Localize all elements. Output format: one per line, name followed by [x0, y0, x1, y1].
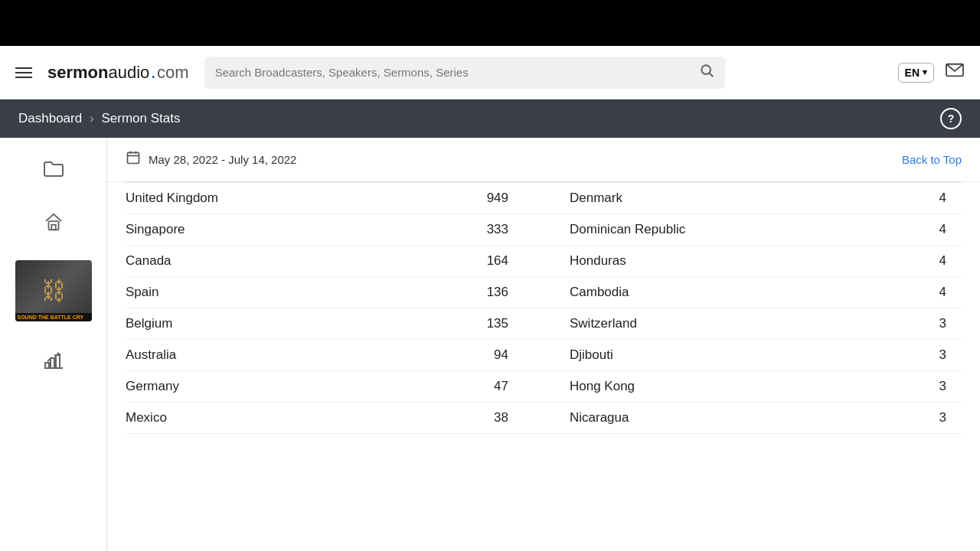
logo: sermonaudio.com [47, 60, 189, 85]
count-left: 38 [416, 410, 508, 425]
help-button[interactable]: ? [940, 108, 962, 129]
country-left: Germany [126, 379, 416, 394]
svg-point-0 [701, 65, 710, 74]
country-left: United Kingdom [126, 191, 416, 206]
top-bar [0, 0, 980, 46]
sidebar-home-icon[interactable] [38, 207, 69, 237]
chevron-down-icon: ▾ [923, 67, 927, 77]
table-row: Canada 164 Honduras 4 [126, 246, 962, 277]
count-right: 4 [900, 285, 962, 300]
country-right: Cambodia [508, 285, 900, 300]
country-right: Nicaragua [508, 410, 900, 425]
search-bar[interactable] [204, 57, 725, 89]
breadcrumb-bar: Dashboard › Sermon Stats ? [0, 99, 980, 138]
table-row: Germany 47 Hong Kong 3 [126, 371, 962, 403]
content-area: May 28, 2022 - July 14, 2022 Back to Top… [107, 138, 980, 551]
table-row: United Kingdom 949 Denmark 4 [126, 183, 962, 214]
count-right: 3 [900, 316, 962, 331]
sidebar: ⛓ SOUND THE BATTLE CRY [0, 138, 107, 551]
count-right: 4 [900, 191, 962, 206]
country-right: Hong Kong [508, 379, 900, 394]
header-right: EN ▾ [898, 62, 965, 83]
table-row: Mexico 38 Nicaragua 3 [126, 403, 962, 434]
country-left: Spain [126, 285, 416, 300]
logo-com: com [157, 63, 189, 83]
svg-rect-4 [51, 225, 56, 230]
country-left: Belgium [126, 316, 416, 331]
table-row: Belgium 135 Switzerland 3 [126, 308, 962, 340]
count-left: 135 [416, 316, 508, 331]
thumbnail-image: ⛓ [15, 260, 92, 321]
sidebar-stats-icon[interactable] [38, 344, 69, 375]
stats-table: United Kingdom 949 Denmark 4 Singapore 3… [107, 183, 980, 434]
messages-icon[interactable] [945, 62, 965, 83]
search-input[interactable] [215, 66, 699, 79]
country-right: Honduras [508, 253, 900, 269]
breadcrumb-current: Sermon Stats [102, 111, 181, 126]
count-left: 47 [416, 379, 508, 394]
date-bar: May 28, 2022 - July 14, 2022 Back to Top [107, 138, 980, 182]
count-right: 3 [900, 410, 962, 425]
language-selector[interactable]: EN ▾ [898, 63, 934, 83]
svg-rect-5 [45, 363, 49, 368]
count-left: 333 [416, 222, 508, 237]
count-right: 3 [900, 347, 962, 363]
back-to-top-link[interactable]: Back to Top [902, 153, 962, 166]
country-left: Singapore [126, 222, 416, 237]
svg-rect-6 [51, 358, 54, 368]
date-range: May 28, 2022 - July 14, 2022 [126, 150, 296, 169]
country-right: Dominican Republic [508, 222, 900, 237]
count-right: 4 [900, 222, 962, 237]
breadcrumb-separator: › [90, 112, 93, 126]
country-right: Djibouti [508, 347, 900, 363]
country-right: Denmark [508, 191, 900, 206]
logo-audio: audio [108, 63, 149, 83]
search-button[interactable] [699, 63, 714, 82]
lang-label: EN [905, 67, 920, 79]
country-right: Switzerland [508, 316, 900, 331]
breadcrumb-dashboard[interactable]: Dashboard [18, 111, 82, 126]
breadcrumb: Dashboard › Sermon Stats [18, 111, 181, 126]
count-right: 4 [900, 253, 962, 269]
sidebar-thumbnail[interactable]: ⛓ SOUND THE BATTLE CRY [15, 260, 92, 321]
sidebar-folder-icon[interactable] [38, 153, 69, 184]
count-left: 136 [416, 285, 508, 300]
country-left: Canada [126, 253, 416, 269]
count-left: 94 [416, 347, 508, 363]
logo-dot: . [150, 59, 156, 83]
country-left: Mexico [126, 410, 416, 425]
date-range-text: May 28, 2022 - July 14, 2022 [149, 153, 296, 166]
logo-sermon: sermon [47, 63, 108, 83]
table-row: Singapore 333 Dominican Republic 4 [126, 214, 962, 246]
svg-rect-7 [56, 355, 60, 368]
main-container: ⛓ SOUND THE BATTLE CRY [0, 138, 980, 551]
country-left: Australia [126, 347, 416, 363]
thumbnail-label: SOUND THE BATTLE CRY [15, 313, 92, 321]
svg-rect-11 [128, 152, 139, 163]
table-row: Spain 136 Cambodia 4 [126, 277, 962, 308]
count-left: 164 [416, 253, 508, 269]
svg-line-1 [709, 73, 713, 77]
svg-rect-3 [48, 221, 58, 230]
header: sermonaudio.com EN ▾ [0, 46, 980, 99]
count-right: 3 [900, 379, 962, 394]
calendar-icon[interactable] [126, 150, 141, 169]
table-row: Australia 94 Djibouti 3 [126, 340, 962, 371]
menu-button[interactable] [15, 67, 32, 78]
count-left: 949 [416, 191, 508, 206]
